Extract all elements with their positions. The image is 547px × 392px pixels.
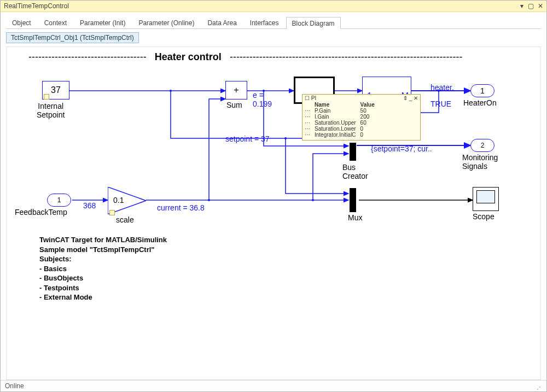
minimize-icon[interactable]: _ (409, 95, 412, 101)
outport-monitoring-label: MonitoringSignals (462, 153, 498, 171)
outport-monitoring[interactable]: 2 (470, 139, 494, 152)
scope-screen-icon (476, 190, 495, 203)
dropdown-icon[interactable]: ▾ (520, 2, 523, 10)
tab-parameter-init[interactable]: Parameter (Init) (74, 16, 131, 28)
tab-data-area[interactable]: Data Area (201, 16, 242, 28)
pi-parameter-table: NameValue ⋯P.Gain50 ⋯I.Gain200 ⋯Saturati… (305, 102, 379, 138)
signal-e: e =0.199 (253, 91, 272, 108)
signal-setpoint: setpoint = 37 (225, 134, 270, 143)
constant-value: 37 (51, 85, 61, 95)
mux-block[interactable] (350, 188, 356, 212)
signal-heater: heater. (430, 83, 454, 92)
signal-bus: {setpoint=37; cur.. (371, 144, 432, 153)
pi-tooltip-title: PI (311, 95, 316, 101)
block-handle-icon (109, 210, 115, 215)
maximize-icon[interactable]: ▢ (528, 2, 534, 10)
tab-parameter-online[interactable]: Parameter (Online) (132, 16, 200, 28)
svg-point-4 (312, 199, 314, 201)
status-text: Online (5, 381, 24, 391)
tab-strip: Object Context Parameter (Init) Paramete… (6, 16, 541, 29)
signal-feedback: 368 (83, 201, 96, 210)
inport-feedback-label: FeedbackTemp (15, 208, 67, 217)
scope-block[interactable] (473, 187, 499, 211)
gain-label: scale (116, 215, 134, 224)
scope-label: Scope (473, 212, 494, 221)
pi-tooltip[interactable]: ☐ PI ⇕ _ ✕ NameValue ⋯P.Gain50 ⋯I.Gain20… (302, 94, 421, 141)
window-titlebar[interactable]: RealTimeTempControl ▾ ▢ ✕ (1, 1, 546, 12)
bus-creator-label: BusCreator (342, 163, 368, 180)
group-title: ------------------------------------ Hea… (28, 51, 462, 63)
svg-point-1 (170, 90, 172, 92)
tab-interfaces[interactable]: Interfaces (244, 16, 285, 28)
outport-heater-on[interactable]: 1 (470, 84, 494, 97)
sum-block[interactable]: + (225, 81, 247, 100)
tab-context[interactable]: Context (38, 16, 73, 28)
signal-current: current = 36.8 (157, 203, 205, 212)
status-bar: Online ⋰ (1, 380, 546, 391)
mux-label: Mux (348, 213, 362, 222)
tab-block-diagram[interactable]: Block Diagram (286, 17, 341, 29)
close-icon[interactable]: ✕ (414, 95, 418, 101)
annotation-text: TwinCAT Target for MATLAB/Simulink Sampl… (39, 235, 167, 302)
tab-object[interactable]: Object (6, 16, 37, 28)
window-title: RealTimeTempControl (4, 1, 69, 11)
inport-feedback[interactable]: 1 (47, 194, 71, 207)
breadcrumb-bar: TctSmplTempCtrl_Obj1 (TctSmplTempCtrl) (6, 32, 541, 43)
svg-rect-0 (16, 81, 531, 243)
constant-internal-setpoint[interactable]: 37 (42, 81, 69, 100)
block-diagram-canvas[interactable]: ------------------------------------ Hea… (6, 46, 541, 380)
outport-heater-label: HeaterOn (463, 98, 497, 107)
close-icon[interactable]: ✕ (538, 2, 543, 10)
block-handle-icon (44, 94, 49, 100)
constant-label: InternalSetpoint (37, 102, 65, 119)
sum-label: Sum (226, 101, 242, 109)
gain-value[interactable]: 0.1 (113, 196, 124, 204)
pin-icon[interactable]: ⇕ (403, 95, 408, 101)
resize-grip-icon[interactable]: ⋰ (534, 384, 542, 391)
svg-point-2 (208, 199, 210, 201)
signal-heater-true: TRUE (430, 100, 451, 108)
breadcrumb-item[interactable]: TctSmplTempCtrl_Obj1 (TctSmplTempCtrl) (6, 32, 139, 43)
svg-point-5 (284, 137, 287, 139)
